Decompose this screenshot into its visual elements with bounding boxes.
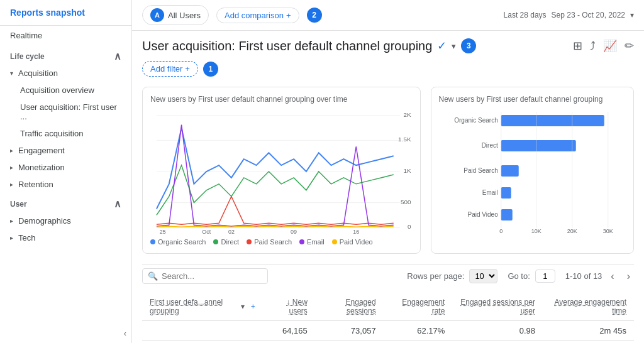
line-chart-title: New users by First user default channel …	[150, 95, 413, 104]
svg-rect-22	[501, 115, 604, 126]
svg-text:02: 02	[228, 229, 235, 234]
table-controls: 🔍 Rows per page: 10 25 50 Go to: 1-10 of…	[142, 264, 634, 288]
monetization-arrow-icon: ▸	[10, 164, 13, 171]
legend-dot-organic	[150, 239, 155, 244]
sidebar-section-user[interactable]: User ∧	[0, 193, 131, 212]
data-table: First user defa...annel grouping ▾ + ↓ N…	[142, 293, 634, 341]
sidebar-item-traffic-acquisition[interactable]: Traffic acquisition	[0, 125, 131, 142]
page-title: User acquisition: First user default cha…	[142, 39, 432, 53]
user-avatar: A	[150, 8, 164, 22]
bar-chart-area: Organic Search Direct Paid Search Email …	[439, 109, 626, 236]
table-icon[interactable]: ⊞	[573, 39, 582, 53]
page-title-row: User acquisition: First user default cha…	[142, 38, 476, 53]
sidebar-item-user-acquisition[interactable]: User acquisition: First user ...	[0, 99, 131, 125]
svg-text:10K: 10K	[531, 228, 541, 234]
add-filter-button[interactable]: Add filter +	[142, 61, 198, 77]
sidebar-parent-acquisition[interactable]: ▾ Acquisition	[0, 65, 131, 82]
cell-avg-time: 2m 45s	[543, 321, 634, 341]
next-page-button[interactable]: ›	[623, 270, 634, 283]
topbar-left: A All Users Add comparison + 2	[142, 5, 322, 25]
svg-text:20K: 20K	[567, 228, 577, 234]
engagement-arrow-icon: ▸	[10, 147, 13, 154]
svg-text:0: 0	[499, 228, 502, 234]
search-box[interactable]: 🔍	[142, 268, 268, 284]
user-chip[interactable]: A All Users	[142, 5, 209, 25]
legend-dot-direct	[213, 239, 218, 244]
cell-new-users: 64,165	[263, 321, 315, 341]
filter-badge: 1	[203, 62, 218, 77]
line-chart-area: 2K 1.5K 1K 500 0	[150, 109, 413, 234]
svg-text:25: 25	[160, 229, 166, 234]
topbar-right: Last 28 days Sep 23 - Oct 20, 2022 ▾	[504, 11, 634, 19]
user-label: All Users	[168, 11, 201, 20]
date-range: Sep 23 - Oct 20, 2022	[552, 11, 625, 19]
share-icon[interactable]: ⤴	[590, 40, 596, 53]
svg-text:Paid Search: Paid Search	[464, 167, 497, 174]
svg-text:Organic Search: Organic Search	[454, 117, 497, 124]
cell-engaged-sessions: 73,057	[315, 321, 384, 341]
bar-chart-svg: Organic Search Direct Paid Search Email …	[439, 109, 626, 234]
sidebar: Reports snapshot Realtime Life cycle ∧ ▾…	[0, 0, 132, 343]
svg-text:Paid Video: Paid Video	[467, 211, 498, 218]
edit-icon[interactable]: ✏	[625, 39, 634, 53]
sidebar-section-lifecycle[interactable]: Life cycle ∧	[0, 45, 131, 65]
prev-page-button[interactable]: ‹	[607, 270, 618, 283]
svg-text:1.5K: 1.5K	[398, 136, 411, 143]
svg-text:16: 16	[353, 229, 359, 234]
chart-icon[interactable]: 📈	[603, 39, 617, 53]
content-area: User acquisition: First user default cha…	[132, 31, 644, 343]
line-chart-container: New users by First user default channel …	[142, 87, 421, 254]
search-input[interactable]	[162, 271, 256, 281]
acquisition-arrow-icon: ▾	[10, 70, 13, 77]
legend-dot-email	[299, 239, 304, 244]
page-badge: 3	[461, 38, 476, 53]
col-header-new-users: ↓ New users	[263, 293, 315, 321]
svg-text:1K: 1K	[403, 167, 411, 174]
topbar-badge: 2	[307, 8, 322, 23]
svg-rect-25	[501, 187, 511, 199]
sidebar-item-acquisition-overview[interactable]: Acquisition overview	[0, 82, 131, 99]
demographics-arrow-icon: ▸	[10, 217, 13, 224]
bar-chart-title: New users by First user default channel …	[439, 95, 626, 104]
sidebar-item-realtime[interactable]: Realtime	[0, 26, 131, 45]
col1-add-icon[interactable]: +	[251, 302, 255, 311]
cell-engagement-rate: 62.17%	[384, 321, 453, 341]
legend-dot-paid-video	[332, 239, 337, 244]
charts-row: New users by First user default channel …	[142, 87, 634, 254]
page-range: 1-10 of 13	[565, 271, 602, 281]
svg-rect-23	[501, 140, 575, 151]
main-content: A All Users Add comparison + 2 Last 28 d…	[132, 0, 644, 343]
col-header-engaged-sessions: Engaged sessions	[315, 293, 384, 321]
cell-channel	[142, 321, 263, 341]
legend-paid-video: Paid Video	[332, 238, 373, 246]
rows-per-page-select[interactable]: 10 25 50	[469, 269, 497, 283]
rows-per-page-label: Rows per page:	[407, 271, 464, 281]
svg-text:2K: 2K	[403, 111, 411, 118]
sidebar-collapse-button[interactable]: ‹	[0, 324, 131, 343]
sidebar-parent-engagement[interactable]: ▸ Engagement	[0, 142, 131, 159]
title-dropdown-icon[interactable]: ▾	[452, 41, 456, 51]
sidebar-parent-monetization[interactable]: ▸ Monetization	[0, 159, 131, 176]
tech-arrow-icon: ▸	[10, 234, 13, 241]
sidebar-parent-retention[interactable]: ▸ Retention	[0, 176, 131, 193]
topbar: A All Users Add comparison + 2 Last 28 d…	[132, 0, 644, 31]
retention-arrow-icon: ▸	[10, 181, 13, 188]
sidebar-parent-demographics[interactable]: ▸ Demographics	[0, 212, 131, 229]
col1-dropdown-icon[interactable]: ▾	[241, 302, 245, 311]
svg-text:Oct: Oct	[202, 229, 211, 234]
go-to-input[interactable]	[535, 270, 555, 283]
sidebar-parent-tech[interactable]: ▸ Tech	[0, 229, 131, 246]
page-actions: ⊞ ⤴ 📈 ✏	[573, 39, 634, 53]
svg-text:30K: 30K	[602, 228, 613, 234]
svg-text:Email: Email	[482, 189, 497, 196]
line-chart-svg: 2K 1.5K 1K 500 0	[150, 109, 413, 234]
user-expand-icon: ∧	[114, 198, 121, 210]
add-icon: +	[286, 11, 291, 20]
svg-rect-24	[501, 165, 518, 177]
col-header-avg-time: Average engagement time	[543, 293, 634, 321]
col-header-engagement-rate: Engagement rate	[384, 293, 453, 321]
svg-text:0: 0	[408, 223, 411, 230]
date-dropdown-icon[interactable]: ▾	[630, 11, 634, 19]
add-comparison-button[interactable]: Add comparison +	[216, 8, 299, 23]
filter-bar: Add filter + 1	[142, 61, 634, 77]
